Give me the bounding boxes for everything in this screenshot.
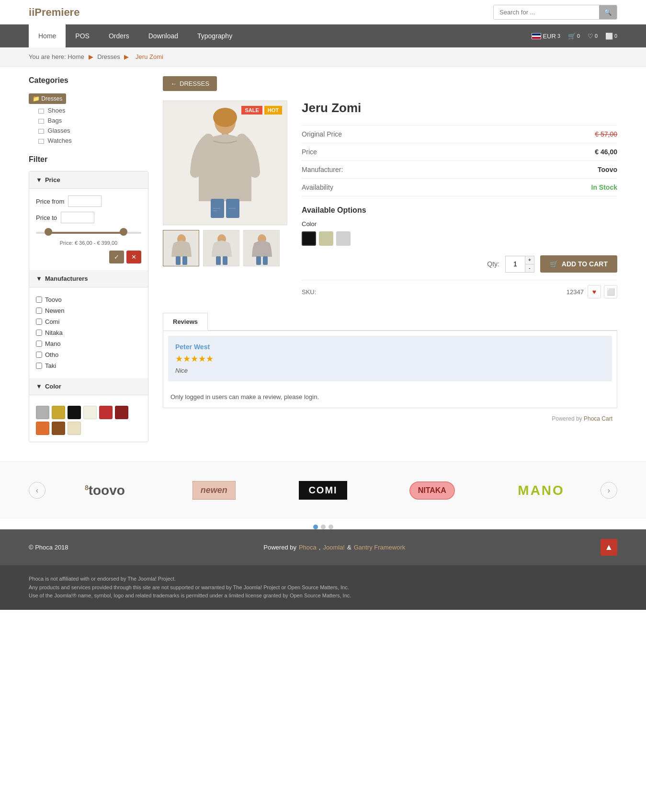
wishlist-button[interactable]: ♥: [588, 285, 601, 298]
quantity-field[interactable]: 1: [506, 258, 525, 270]
search-input[interactable]: [494, 6, 599, 19]
color-swatch-black[interactable]: [68, 406, 81, 419]
compare-icon-nav[interactable]: ⬜ 0: [605, 33, 617, 40]
nav-pos[interactable]: POS: [66, 24, 99, 47]
thumbnail-1[interactable]: [163, 230, 199, 266]
reviews-section: Reviews Peter West ★★★★★ Nice Only logge…: [163, 313, 617, 408]
wishlist-icon-nav[interactable]: ♡ 0: [588, 33, 598, 40]
breadcrumb-category[interactable]: Dresses: [97, 53, 120, 60]
category-item-watches[interactable]: Watches: [29, 136, 148, 146]
carousel-dot-1[interactable]: [313, 525, 318, 529]
cart-icon-nav[interactable]: 🛒 0: [568, 33, 580, 40]
nav-download[interactable]: Download: [139, 24, 188, 47]
currency-selector[interactable]: EUR 3: [532, 33, 560, 40]
product-color-gray[interactable]: [336, 231, 351, 246]
carousel-dot-3[interactable]: [329, 525, 333, 529]
brands-next-button[interactable]: ›: [601, 482, 617, 499]
gantry-link[interactable]: Gantry Framework: [354, 544, 406, 551]
nav-typography[interactable]: Typography: [188, 24, 242, 47]
price-filter-header[interactable]: ▼ Price: [29, 172, 148, 189]
color-swatch-beige[interactable]: [68, 422, 81, 435]
nav-right: EUR 3 🛒 0 ♡ 0 ⬜ 0: [532, 33, 617, 40]
sku-actions: 12347 ♥ ⬜: [567, 285, 617, 298]
brand-nitaka[interactable]: NITAKA: [382, 477, 482, 504]
manufacturer-mano-checkbox[interactable]: [36, 341, 42, 347]
availability-row: Availability In Stock: [302, 179, 617, 196]
folder-icon: [38, 119, 44, 124]
color-swatch-gold[interactable]: [52, 406, 65, 419]
manufacturer-taki-checkbox[interactable]: [36, 363, 42, 369]
brand-mano[interactable]: MANO: [491, 478, 591, 503]
qty-increase[interactable]: +: [525, 256, 534, 264]
review-text: Nice: [175, 367, 605, 374]
collapse-icon: ▼: [36, 383, 42, 390]
search-button[interactable]: 🔍: [599, 5, 617, 19]
folder-icon: [38, 129, 44, 134]
manufacturer-nitaka-checkbox[interactable]: [36, 330, 42, 336]
color-option-label: Color: [302, 220, 617, 228]
breadcrumb-home[interactable]: Home: [68, 53, 84, 60]
tab-bar: Reviews: [163, 313, 617, 331]
category-item-dresses[interactable]: 📁 Dresses: [29, 92, 148, 105]
color-swatch-darkred[interactable]: [115, 406, 128, 419]
phoca-link[interactable]: Phoca: [299, 544, 317, 551]
brands-prev-button[interactable]: ‹: [29, 482, 45, 499]
header: iiPremiere 🔍: [0, 0, 646, 24]
svg-rect-18: [256, 256, 261, 265]
manufacturer-newen-checkbox[interactable]: [36, 308, 42, 314]
brand-comi[interactable]: COMI: [273, 476, 373, 504]
thumbnail-2[interactable]: [203, 230, 239, 266]
back-to-top-button[interactable]: ▲: [601, 539, 617, 556]
color-swatch-red[interactable]: [99, 406, 113, 419]
manufacturers-filter-body: Toovo Newen Comi Nitaka: [29, 287, 148, 378]
sidebar: Categories 📁 Dresses Shoes Bags Glasses …: [29, 76, 148, 442]
add-to-cart-button[interactable]: 🛒 ADD TO CART: [540, 255, 617, 273]
review-stars: ★★★★★: [175, 354, 605, 364]
price-range-slider[interactable]: [36, 228, 141, 238]
category-item-glasses[interactable]: Glasses: [29, 126, 148, 136]
thumbnail-3[interactable]: [243, 230, 280, 266]
brand-newen[interactable]: newen: [164, 476, 264, 504]
manufacturer-toovo: Toovo: [36, 294, 141, 305]
product-color-khaki[interactable]: [319, 231, 333, 246]
price-filter-apply[interactable]: ✓: [109, 251, 124, 263]
category-item-shoes[interactable]: Shoes: [29, 105, 148, 115]
brand-toovo[interactable]: 8toovo: [55, 478, 155, 503]
joomla-link[interactable]: Joomla!: [323, 544, 345, 551]
color-swatch-gray[interactable]: [36, 406, 49, 419]
compare-button[interactable]: ⬜: [604, 285, 617, 298]
range-thumb-right[interactable]: [120, 228, 127, 236]
product-color-black[interactable]: [302, 231, 316, 246]
manufacturers-filter-header[interactable]: ▼ Manufacturers: [29, 270, 148, 287]
color-swatch-cream[interactable]: [83, 406, 97, 419]
color-swatch-brown[interactable]: [52, 422, 65, 435]
color-filter-header[interactable]: ▼ Color: [29, 378, 148, 395]
range-thumb-left[interactable]: [45, 228, 52, 236]
product-title: Jeru Zomi: [302, 101, 617, 115]
nav-orders[interactable]: Orders: [99, 24, 139, 47]
toovo-superscript: 8: [85, 483, 89, 491]
tab-reviews[interactable]: Reviews: [163, 313, 208, 331]
manufacturer-otho-checkbox[interactable]: [36, 352, 42, 358]
price-row: Price € 46,00: [302, 143, 617, 161]
phoca-cart-link[interactable]: Phoca Cart: [584, 415, 612, 422]
back-to-dresses-button[interactable]: ← DRESSES: [163, 76, 217, 91]
price-filter-clear[interactable]: ✕: [126, 251, 141, 263]
hot-badge: HOT: [264, 106, 282, 114]
sku-label: SKU:: [302, 288, 316, 296]
flag-icon: [532, 33, 541, 39]
manufacturer-comi-checkbox[interactable]: [36, 319, 42, 325]
color-swatch-orange[interactable]: [36, 422, 49, 435]
site-logo[interactable]: iiPremiere: [29, 6, 79, 19]
price-from-input[interactable]: [68, 195, 102, 207]
original-price-row: Original Price € 57,00: [302, 126, 617, 143]
price-to-input[interactable]: [61, 212, 94, 223]
product-badges: SALE HOT: [241, 106, 282, 114]
qty-decrease[interactable]: -: [525, 264, 534, 272]
product-thumbnails: [163, 230, 287, 266]
category-item-bags[interactable]: Bags: [29, 115, 148, 126]
price-label: Price: [302, 148, 317, 156]
carousel-dot-2[interactable]: [321, 525, 326, 529]
nav-home[interactable]: Home: [29, 24, 66, 47]
manufacturer-toovo-checkbox[interactable]: [36, 297, 42, 303]
